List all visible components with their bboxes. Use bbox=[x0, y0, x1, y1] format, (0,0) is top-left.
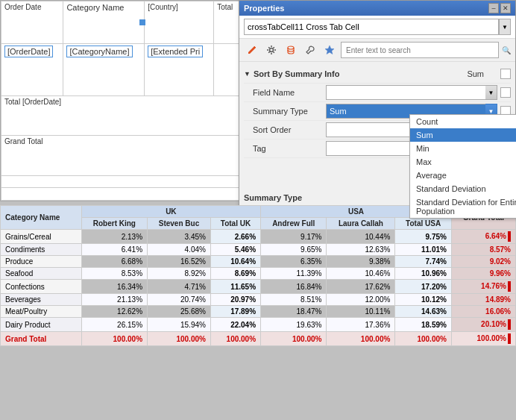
dropdown-item-stddev-pop[interactable]: Standard Deviation for Entire Population bbox=[410, 195, 516, 218]
order-date-field-box[interactable]: [OrderDate] bbox=[4, 46, 53, 57]
row-cell: 10.64% bbox=[210, 256, 260, 268]
star-icon[interactable] bbox=[321, 42, 338, 58]
category-name-field-box[interactable]: [CategoryName] bbox=[66, 46, 132, 57]
row-cell: 16.34% bbox=[81, 280, 147, 294]
row-cell: 12.63% bbox=[327, 244, 395, 256]
row-category-name: Meat/Poultry bbox=[1, 306, 82, 318]
sort-by-summary-row: ▼ Sort By Summary Info Sum bbox=[244, 65, 511, 84]
field-name-checkbox[interactable] bbox=[500, 87, 511, 98]
row-category-name: Grand Total bbox=[1, 332, 82, 346]
resize-handle[interactable] bbox=[139, 19, 145, 25]
row-cell: 10.12% bbox=[395, 294, 452, 306]
row-cell: 3.45% bbox=[148, 230, 211, 244]
data-table-container: Category Name UK USA Grand Total Robert … bbox=[0, 205, 516, 420]
sort-by-summary-section[interactable]: ▼ Sort By Summary Info Sum bbox=[244, 66, 511, 81]
row-cell: 7.74% bbox=[395, 256, 452, 268]
row-category-name: Beverages bbox=[1, 294, 82, 306]
row-cell: 9.17% bbox=[261, 230, 327, 244]
dropdown-item-stddev[interactable]: Standard Deviation bbox=[410, 182, 516, 195]
andrew-full-header: Andrew Full bbox=[261, 218, 327, 230]
total-header: Total bbox=[214, 1, 239, 44]
row-cell: 21.13% bbox=[81, 294, 147, 306]
total-order-date-row: Total [OrderDate] bbox=[1, 95, 239, 135]
tag-label: Tag bbox=[244, 144, 326, 153]
close-button[interactable]: ✕ bbox=[500, 3, 511, 13]
row-category-name: Seafood bbox=[1, 268, 82, 280]
cell-type-row: crossTabCell11 Cross Tab Cell ▼ bbox=[239, 16, 515, 39]
row-cell: 2.13% bbox=[81, 230, 147, 244]
gear-icon[interactable] bbox=[263, 42, 280, 58]
row-cell: 8.53% bbox=[81, 268, 147, 280]
dropdown-item-min[interactable]: Min bbox=[410, 142, 516, 155]
row-cell: 9.96% bbox=[451, 268, 515, 280]
row-category-name: Dairy Product bbox=[1, 318, 82, 332]
pencil-icon[interactable] bbox=[244, 42, 260, 58]
dropdown-item-count[interactable]: Count bbox=[410, 115, 516, 128]
row-cell: 18.47% bbox=[261, 306, 327, 318]
red-indicator bbox=[508, 281, 511, 292]
field-name-select[interactable] bbox=[326, 85, 497, 100]
table-row: Confections16.34%4.71%11.65%16.84%17.62%… bbox=[1, 280, 516, 294]
row-cell: 8.92% bbox=[148, 268, 211, 280]
row-cell: 4.71% bbox=[148, 280, 211, 294]
row-cell: 5.46% bbox=[210, 244, 260, 256]
row-cell: 22.04% bbox=[210, 318, 260, 332]
table-row: Meat/Poultry12.62%25.68%17.89%18.47%10.1… bbox=[1, 306, 516, 318]
row-cell: 2.66% bbox=[210, 230, 260, 244]
table-row: Seafood8.53%8.92%8.69%11.39%10.46%10.96%… bbox=[1, 268, 516, 280]
database-icon[interactable] bbox=[283, 42, 299, 58]
panel-toolbar: 🔍 bbox=[239, 39, 515, 62]
dropdown-item-average[interactable]: Average bbox=[410, 169, 516, 182]
row-cell: 20.74% bbox=[148, 294, 211, 306]
design-canvas: Order Date Category Name [Country] Total… bbox=[0, 0, 240, 201]
cell-type-dropdown-arrow[interactable]: ▼ bbox=[499, 19, 511, 35]
extended-value: [Extended Pri bbox=[151, 47, 200, 56]
row-cell: 19.63% bbox=[261, 318, 327, 332]
cell-type-select[interactable]: crossTabCell11 Cross Tab Cell bbox=[244, 19, 499, 35]
row-cell: 100.00% bbox=[395, 332, 452, 346]
row-cell: 17.89% bbox=[210, 306, 260, 318]
row-cell: 18.59% bbox=[395, 318, 452, 332]
row-cell: 10.46% bbox=[327, 268, 395, 280]
search-input[interactable] bbox=[341, 42, 499, 58]
row-cell: 16.84% bbox=[261, 280, 327, 294]
properties-panel: Properties – ✕ crossTabCell11 Cross Tab … bbox=[239, 0, 516, 207]
field-name-label: Field Name bbox=[244, 88, 326, 97]
row-cell: 16.06% bbox=[451, 306, 515, 318]
row-cell: 26.15% bbox=[81, 318, 147, 332]
sort-section-label: Sort By Summary Info bbox=[254, 69, 340, 78]
laura-callah-header: Laura Callah bbox=[327, 218, 395, 230]
field-name-value-area: ▼ bbox=[326, 85, 511, 100]
row-category-name: Grains/Cereal bbox=[1, 230, 82, 244]
row-cell: 16.52% bbox=[148, 256, 211, 268]
field-name-dropdown-btn[interactable]: ▼ bbox=[485, 85, 497, 100]
extended-price-field: [Extended Pri bbox=[145, 43, 214, 95]
dropdown-item-sum[interactable]: Sum bbox=[410, 128, 516, 142]
dropdown-item-max[interactable]: Max bbox=[410, 155, 516, 169]
data-table: Category Name UK USA Grand Total Robert … bbox=[0, 205, 516, 346]
minimize-button[interactable]: – bbox=[488, 3, 499, 13]
canvas-empty-1 bbox=[214, 43, 239, 95]
wrench-icon[interactable] bbox=[302, 42, 318, 58]
row-cell: 100.00% bbox=[148, 332, 211, 346]
row-cell: 14.76% bbox=[451, 280, 515, 294]
row-cell: 9.38% bbox=[327, 256, 395, 268]
row-cell: 6.41% bbox=[81, 244, 147, 256]
field-name-row: Field Name ▼ bbox=[244, 84, 511, 102]
table-row: Dairy Product26.15%15.94%22.04%19.63%17.… bbox=[1, 318, 516, 332]
country-header: [Country] bbox=[145, 1, 214, 44]
row-cell: 9.02% bbox=[451, 256, 515, 268]
order-date-value: [OrderDate] bbox=[7, 47, 50, 56]
titlebar-buttons: – ✕ bbox=[488, 3, 511, 13]
sort-summary-checkbox[interactable] bbox=[500, 69, 511, 79]
row-cell: 17.62% bbox=[327, 280, 395, 294]
category-name-col-header: Category Name bbox=[1, 206, 82, 230]
total-uk-header: Total UK bbox=[210, 218, 260, 230]
sort-summary-value: Sum bbox=[467, 69, 484, 78]
extended-price-field-box[interactable]: [Extended Pri bbox=[148, 46, 203, 57]
summary-type-label: Summary Type bbox=[244, 107, 326, 116]
row-category-name: Confections bbox=[1, 280, 82, 294]
row-cell: 12.00% bbox=[327, 294, 395, 306]
table-row: Grand Total100.00%100.00%100.00%100.00%1… bbox=[1, 332, 516, 346]
category-value: [CategoryName] bbox=[69, 47, 129, 56]
